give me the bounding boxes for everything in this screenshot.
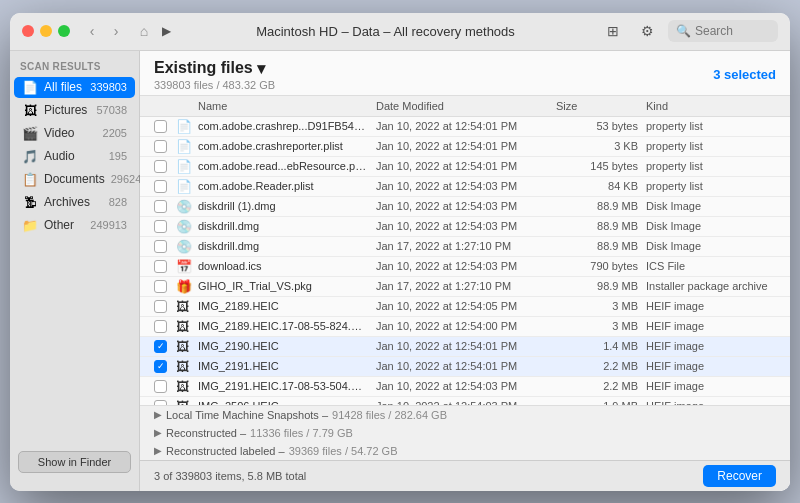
table-row[interactable]: 📄com.adobe.read...ebResource.plistJan 10… [140, 157, 790, 177]
sidebar-item-audio[interactable]: 🎵 Audio 195 [14, 146, 135, 167]
minimize-button[interactable] [40, 25, 52, 37]
file-kind: Disk Image [646, 200, 776, 212]
content-header: Existing files ▾ 339803 files / 483.32 G… [140, 51, 790, 96]
content-header-left: Existing files ▾ 339803 files / 483.32 G… [154, 59, 275, 91]
file-checkbox[interactable] [154, 360, 167, 373]
file-type-icon: 💿 [176, 199, 198, 214]
footer-group-item[interactable]: ▶Local Time Machine Snapshots – 91428 fi… [140, 406, 790, 424]
table-row[interactable]: 💿diskdrill (1).dmgJan 10, 2022 at 12:54:… [140, 197, 790, 217]
all-files-icon: 📄 [22, 80, 38, 95]
search-icon: 🔍 [676, 24, 691, 38]
header-kind[interactable]: Kind [646, 100, 776, 112]
footer-group-details: 91428 files / 282.64 GB [332, 409, 447, 421]
audio-icon: 🎵 [22, 149, 38, 164]
sidebar: Scan results 📄 All files 339803 🖼 Pictur… [10, 51, 140, 491]
table-row[interactable]: 🖼IMG_2189.HEICJan 10, 2022 at 12:54:05 P… [140, 297, 790, 317]
home-button[interactable]: ⌂ [134, 21, 154, 41]
file-name: com.adobe.read...ebResource.plist [198, 160, 376, 172]
forward-button[interactable]: › [106, 21, 126, 41]
sidebar-count-documents: 29624 [111, 173, 142, 185]
file-checkbox[interactable] [154, 320, 167, 333]
sidebar-item-archives[interactable]: 🗜 Archives 828 [14, 192, 135, 213]
file-date: Jan 10, 2022 at 12:54:05 PM [376, 300, 556, 312]
header-date[interactable]: Date Modified [376, 100, 556, 112]
file-kind: HEIF image [646, 320, 776, 332]
expand-arrow-icon: ▶ [154, 409, 162, 420]
sidebar-label-all-files: All files [44, 80, 84, 94]
file-date: Jan 10, 2022 at 12:54:01 PM [376, 120, 556, 132]
table-row[interactable]: 📄com.adobe.Reader.plistJan 10, 2022 at 1… [140, 177, 790, 197]
file-checkbox[interactable] [154, 140, 167, 153]
file-kind: HEIF image [646, 380, 776, 392]
table-row[interactable]: 📅download.icsJan 10, 2022 at 12:54:03 PM… [140, 257, 790, 277]
file-checkbox[interactable] [154, 160, 167, 173]
existing-files-title[interactable]: Existing files ▾ [154, 59, 275, 78]
file-type-icon: 💿 [176, 219, 198, 234]
file-checkbox[interactable] [154, 220, 167, 233]
table-row[interactable]: 🖼IMG_2191.HEIC.17-08-53-504.HEICJan 10, … [140, 377, 790, 397]
header-name[interactable]: Name [198, 100, 376, 112]
filter-button[interactable]: ⚙ [634, 20, 660, 42]
play-button[interactable]: ▶ [162, 24, 171, 38]
file-type-icon: 🖼 [176, 339, 198, 354]
file-name: diskdrill.dmg [198, 220, 376, 232]
file-type-icon: 📄 [176, 179, 198, 194]
file-name: IMG_2190.HEIC [198, 340, 376, 352]
file-name: IMG_2189.HEIC.17-08-55-824.HEIC [198, 320, 376, 332]
table-row[interactable]: 🖼IMG_2506.HEICJan 10, 2022 at 12:54:03 P… [140, 397, 790, 405]
view-toggle-button[interactable]: ⊞ [600, 20, 626, 42]
table-row[interactable]: 🎁GIHO_IR_Trial_VS.pkgJan 17, 2022 at 1:2… [140, 277, 790, 297]
table-row[interactable]: 📄com.adobe.crashreporter.plistJan 10, 20… [140, 137, 790, 157]
file-name: diskdrill (1).dmg [198, 200, 376, 212]
header-icon-col [176, 100, 198, 112]
search-input[interactable] [695, 24, 770, 38]
header-size[interactable]: Size [556, 100, 646, 112]
table-row[interactable]: 💿diskdrill.dmgJan 17, 2022 at 1:27:10 PM… [140, 237, 790, 257]
file-name: IMG_2191.HEIC [198, 360, 376, 372]
file-checkbox[interactable] [154, 180, 167, 193]
documents-icon: 📋 [22, 172, 38, 187]
fullscreen-button[interactable] [58, 25, 70, 37]
sidebar-count-archives: 828 [109, 196, 127, 208]
sidebar-item-documents[interactable]: 📋 Documents 29624 [14, 169, 135, 190]
file-checkbox[interactable] [154, 340, 167, 353]
sidebar-item-other[interactable]: 📁 Other 249913 [14, 215, 135, 236]
sidebar-item-all-files[interactable]: 📄 All files 339803 [14, 77, 135, 98]
table-row[interactable]: 🖼IMG_2189.HEIC.17-08-55-824.HEICJan 10, … [140, 317, 790, 337]
sidebar-item-video[interactable]: 🎬 Video 2205 [14, 123, 135, 144]
file-name: IMG_2191.HEIC.17-08-53-504.HEIC [198, 380, 376, 392]
table-row[interactable]: 🖼IMG_2191.HEICJan 10, 2022 at 12:54:01 P… [140, 357, 790, 377]
file-kind: Disk Image [646, 240, 776, 252]
file-checkbox[interactable] [154, 380, 167, 393]
file-name: com.adobe.Reader.plist [198, 180, 376, 192]
file-checkbox[interactable] [154, 240, 167, 253]
sidebar-item-pictures[interactable]: 🖼 Pictures 57038 [14, 100, 135, 121]
main-content: Scan results 📄 All files 339803 🖼 Pictur… [10, 51, 790, 491]
table-row[interactable]: 🖼IMG_2190.HEICJan 10, 2022 at 12:54:01 P… [140, 337, 790, 357]
back-button[interactable]: ‹ [82, 21, 102, 41]
file-checkbox[interactable] [154, 260, 167, 273]
file-checkbox[interactable] [154, 120, 167, 133]
file-checkbox[interactable] [154, 200, 167, 213]
other-icon: 📁 [22, 218, 38, 233]
file-type-icon: 📅 [176, 259, 198, 274]
file-kind: HEIF image [646, 340, 776, 352]
file-type-icon: 📄 [176, 119, 198, 134]
file-checkbox[interactable] [154, 280, 167, 293]
footer-groups: ▶Local Time Machine Snapshots – 91428 fi… [140, 405, 790, 460]
main-window: ‹ › ⌂ ▶ Macintosh HD – Data – All recove… [10, 13, 790, 491]
table-row[interactable]: 💿diskdrill.dmgJan 10, 2022 at 12:54:03 P… [140, 217, 790, 237]
file-type-icon: 🖼 [176, 359, 198, 374]
file-date: Jan 10, 2022 at 12:54:03 PM [376, 260, 556, 272]
file-date: Jan 10, 2022 at 12:54:03 PM [376, 200, 556, 212]
table-row[interactable]: 📄com.adobe.crashrep...D91FB545130C.plist… [140, 117, 790, 137]
show-finder-button[interactable]: Show in Finder [18, 451, 131, 473]
footer-group-item[interactable]: ▶Reconstructed – 11336 files / 7.79 GB [140, 424, 790, 442]
selected-badge: 3 selected [713, 67, 776, 82]
footer-group-item[interactable]: ▶Reconstructed labeled – 39369 files / 5… [140, 442, 790, 460]
file-size: 3 MB [556, 300, 646, 312]
footer-group-details: 11336 files / 7.79 GB [250, 427, 353, 439]
close-button[interactable] [22, 25, 34, 37]
recover-button[interactable]: Recover [703, 465, 776, 487]
file-checkbox[interactable] [154, 300, 167, 313]
